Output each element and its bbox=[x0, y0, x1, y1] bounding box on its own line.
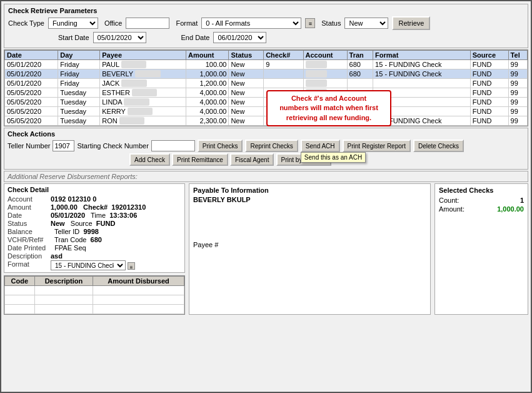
start-date-select[interactable]: 05/01/2020 bbox=[93, 32, 146, 43]
col-source: Source bbox=[470, 51, 508, 60]
table-row[interactable]: 05/01/2020 Friday BEVERLY 1,000.00 New 6… bbox=[5, 69, 528, 79]
main-container: Check Retrieve Parameters Check Type Fun… bbox=[0, 0, 532, 393]
bottom-section: Check Detail Account 0192 012310 0 Amoun… bbox=[4, 183, 528, 315]
selected-checks-title: Selected Checks bbox=[439, 186, 524, 194]
check-value-inline: 192012310 bbox=[111, 203, 146, 211]
start-date-label: Start Date bbox=[58, 34, 89, 41]
balance-label: Balance bbox=[8, 228, 48, 235]
col-day: Day bbox=[58, 51, 100, 60]
selected-count-label: Count: bbox=[439, 196, 459, 204]
selected-count-value: 1 bbox=[520, 196, 524, 204]
annotation-text: Check #'s and Accountnumbers will match … bbox=[279, 94, 378, 121]
check-detail-title: Check Detail bbox=[8, 186, 181, 193]
format-select-detail[interactable]: 15 - FUNDING Check bbox=[51, 260, 126, 270]
send-ach-wrapper: Send ACH Send this as an ACH bbox=[301, 140, 340, 152]
send-ach-tooltip: Send this as an ACH bbox=[301, 152, 366, 163]
teller-label: Teller Number bbox=[8, 142, 50, 150]
date-label: Date bbox=[8, 212, 48, 219]
codes-row-empty-3 bbox=[5, 305, 184, 314]
payable-to-title: Payable To Information bbox=[193, 186, 426, 194]
check-actions-title: Check Actions bbox=[8, 130, 524, 138]
office-label: Office bbox=[104, 19, 123, 27]
table-row[interactable]: 05/01/2020 Friday PAUL 100.00 New 9 680 … bbox=[5, 60, 528, 69]
codes-col-code: Code bbox=[5, 277, 35, 286]
format-label: Format bbox=[176, 19, 198, 27]
end-date-label: End Date bbox=[181, 34, 210, 41]
check-type-label: Check Type bbox=[8, 19, 44, 27]
vchr-label: VCHR/Ref# bbox=[8, 236, 48, 243]
status-value: New bbox=[51, 220, 65, 227]
codes-col-amount: Amount Disbursed bbox=[93, 277, 184, 286]
check-detail-panel: Check Detail Account 0192 012310 0 Amoun… bbox=[4, 183, 185, 315]
action-row-2: Add Check Print Remittance Fiscal Agent … bbox=[8, 153, 524, 166]
format-grid-icon[interactable]: ≡ bbox=[305, 18, 315, 28]
tran-code-label: Tran Code bbox=[54, 236, 87, 243]
starting-check-label: Starting Check Number bbox=[77, 142, 148, 150]
payee-label: Payee # bbox=[193, 241, 218, 248]
col-payee: Payee bbox=[100, 51, 186, 60]
time-label: Time bbox=[91, 212, 106, 219]
teller-id-value: 9998 bbox=[83, 228, 98, 235]
account-label: Account bbox=[8, 195, 48, 203]
action-row-1: Teller Number Starting Check Number Prin… bbox=[8, 140, 524, 152]
codes-col-desc: Description bbox=[34, 277, 93, 286]
print-register-button[interactable]: Print Register Report bbox=[343, 140, 411, 152]
end-date-select[interactable]: 06/01/2020 bbox=[213, 32, 266, 43]
codes-row-empty-1 bbox=[5, 286, 184, 295]
time-value: 13:33:06 bbox=[109, 212, 137, 219]
teller-number-input[interactable] bbox=[53, 140, 74, 151]
form-row-1: Check Type Funding Office Format 0 - All… bbox=[8, 16, 524, 30]
col-amount: Amount bbox=[186, 51, 228, 60]
fpae-label: FPAE Seq bbox=[54, 244, 86, 252]
print-remittance-button[interactable]: Print Remittance bbox=[172, 153, 228, 166]
print-checks-button[interactable]: Print Checks bbox=[198, 140, 243, 152]
status-select[interactable]: New bbox=[344, 18, 388, 29]
col-date: Date bbox=[5, 51, 58, 60]
panel-title: Check Retrieve Parameters bbox=[8, 7, 524, 14]
format-select[interactable]: 0 - All Formats bbox=[201, 18, 301, 29]
detail-grid: Account 0192 012310 0 Amount 1,000.00 Ch… bbox=[8, 195, 181, 270]
annotation-box: Check #'s and Accountnumbers will match … bbox=[266, 90, 391, 126]
col-tel: Tel bbox=[508, 51, 527, 60]
format-label-d: Format bbox=[8, 260, 48, 270]
date-printed-label: Date Printed bbox=[8, 244, 48, 252]
reprint-checks-button[interactable]: Reprint Checks bbox=[245, 140, 298, 152]
office-input[interactable] bbox=[126, 18, 169, 29]
codes-table-container: Code Description Amount Disbursed bbox=[4, 275, 185, 315]
check-label-inline: Check# bbox=[83, 203, 108, 211]
description-value: asd bbox=[51, 252, 181, 260]
status-label: Status bbox=[321, 19, 341, 27]
reports-section: Additional Reserve Disbursement Reports: bbox=[4, 171, 528, 182]
payable-to-name: BEVERLY BKULP bbox=[193, 196, 426, 203]
table-row[interactable]: 05/01/2020 Friday JACK 1,200.00 New FUND… bbox=[5, 79, 528, 88]
selected-checks-panel: Selected Checks Count: 1 Amount: 1,000.0… bbox=[434, 183, 528, 315]
retrieve-button[interactable]: Retrieve bbox=[392, 16, 430, 30]
account-value: 0192 012310 0 bbox=[51, 195, 181, 203]
check-type-select[interactable]: Funding bbox=[48, 18, 98, 29]
payable-to-panel: Payable To Information BEVERLY BKULP Pay… bbox=[189, 183, 431, 315]
check-actions-panel: Check Actions Teller Number Starting Che… bbox=[4, 128, 528, 170]
check-retrieve-panel: Check Retrieve Parameters Check Type Fun… bbox=[4, 4, 528, 48]
fiscal-agent-button[interactable]: Fiscal Agent bbox=[230, 153, 274, 166]
reports-title: Additional Reserve Disbursement Reports: bbox=[8, 173, 138, 180]
send-ach-button[interactable]: Send ACH bbox=[301, 140, 340, 152]
col-status: Status bbox=[229, 51, 264, 60]
status-label-d: Status bbox=[8, 220, 48, 227]
col-tran: Tran bbox=[347, 51, 373, 60]
format-detail-grid-icon[interactable]: ≡ bbox=[128, 262, 135, 270]
starting-check-input[interactable] bbox=[151, 140, 195, 151]
tran-code-value: 680 bbox=[91, 236, 102, 243]
description-label: Description bbox=[8, 252, 48, 260]
delete-checks-button[interactable]: Delete Checks bbox=[413, 140, 464, 152]
codes-table: Code Description Amount Disbursed bbox=[4, 276, 184, 314]
amount-value: 1,000.00 Check# 192012310 bbox=[51, 203, 181, 211]
date-value: 05/01/2020 bbox=[51, 212, 85, 219]
teller-id-label: Teller ID bbox=[54, 228, 79, 235]
form-row-2: Start Date 05/01/2020 End Date 06/01/202… bbox=[8, 32, 524, 43]
selected-amount-value: 1,000.00 bbox=[497, 205, 524, 213]
source-value: FUND bbox=[96, 220, 116, 227]
selected-amount-label: Amount: bbox=[439, 205, 464, 213]
add-check-button[interactable]: Add Check bbox=[129, 153, 170, 166]
codes-row-empty-2 bbox=[5, 295, 184, 305]
col-account: Account bbox=[303, 51, 347, 60]
